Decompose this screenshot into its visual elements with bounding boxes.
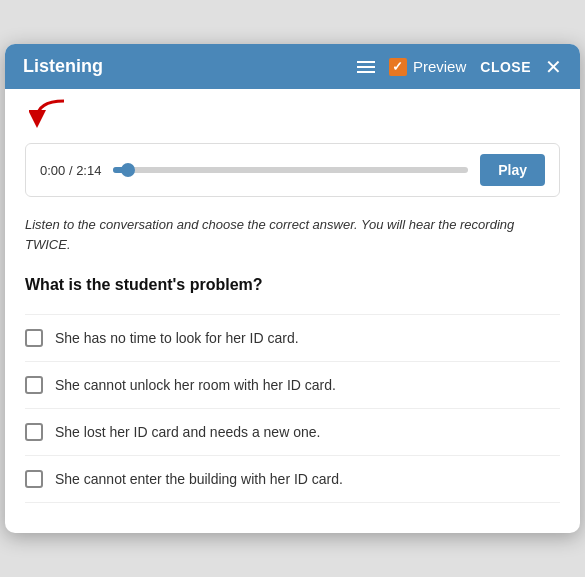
audio-player: 0:00 / 2:14 Play [25,143,560,197]
question-text: What is the student's problem? [25,276,560,294]
option-item-4: She cannot enter the building with her I… [25,456,560,503]
instruction-text: Listen to the conversation and choose th… [25,215,560,254]
list-icon-line1 [357,61,375,63]
modal-title: Listening [23,56,103,77]
preview-label: Preview [413,58,466,75]
option-text-2: She cannot unlock her room with her ID c… [55,377,336,393]
arrow-area [5,89,580,133]
play-button[interactable]: Play [480,154,545,186]
progress-fill [113,167,127,173]
option-text-3: She lost her ID card and needs a new one… [55,424,320,440]
option-item-1: She has no time to look for her ID card. [25,314,560,362]
close-button[interactable]: CLOSE [480,59,531,75]
list-icon[interactable] [357,61,375,73]
x-button[interactable]: ✕ [545,57,562,77]
option-text-1: She has no time to look for her ID card. [55,330,299,346]
option-checkbox-4[interactable] [25,470,43,488]
list-icon-line2 [357,66,375,68]
option-checkbox-3[interactable] [25,423,43,441]
option-item-3: She lost her ID card and needs a new one… [25,409,560,456]
red-arrow-icon [29,97,69,133]
options-list: She has no time to look for her ID card.… [25,314,560,503]
modal-header: Listening Preview CLOSE ✕ [5,44,580,89]
modal-container: Listening Preview CLOSE ✕ [5,44,580,533]
header-right-controls: Preview CLOSE ✕ [357,57,562,77]
progress-track[interactable] [113,167,468,173]
option-checkbox-2[interactable] [25,376,43,394]
preview-button[interactable]: Preview [389,58,466,76]
option-text-4: She cannot enter the building with her I… [55,471,343,487]
option-item-2: She cannot unlock her room with her ID c… [25,362,560,409]
modal-content: 0:00 / 2:14 Play Listen to the conversat… [5,133,580,533]
progress-dot [121,163,135,177]
list-icon-line3 [357,71,375,73]
preview-checkbox [389,58,407,76]
time-display: 0:00 / 2:14 [40,163,101,178]
option-checkbox-1[interactable] [25,329,43,347]
